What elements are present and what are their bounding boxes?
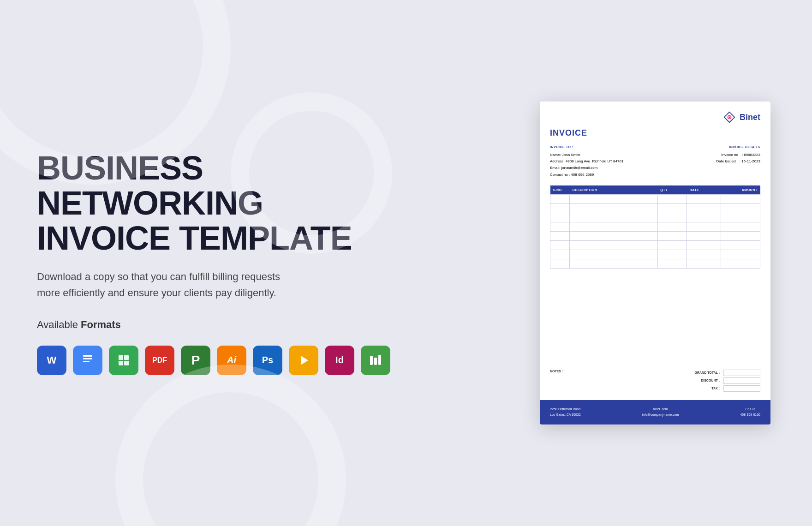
invoice-title: INVOICE — [550, 128, 760, 138]
discount-label: DISCOUNT : — [687, 379, 720, 382]
invoice-to-label: INVOICE TO : — [550, 144, 623, 150]
details-label: INVOICE DETAILS — [716, 144, 760, 150]
invoice-no-row: Invoice no : 65982223 — [716, 152, 760, 158]
svg-rect-2 — [83, 361, 90, 362]
notes-totals-section: NOTES : GRAND TOTAL : DISCOUNT : TAX : — [550, 370, 760, 392]
invoice-document: Binet INVOICE INVOICE TO : Name: Jona Sm… — [540, 102, 770, 424]
svg-rect-3 — [119, 355, 123, 360]
grand-total-row: GRAND TOTAL : — [687, 370, 760, 376]
brand-icon — [723, 111, 736, 124]
table-header-row: S.NO DESCRIPTION QTY RATE AMOUNT — [550, 185, 760, 195]
format-icon-slides[interactable] — [289, 346, 318, 375]
footer-address-line2: Los Gatos, CA 95032 — [550, 412, 581, 418]
footer-website-line2: info@companyname.com — [642, 412, 679, 418]
svg-rect-5 — [119, 361, 123, 365]
grand-total-box — [723, 370, 760, 376]
invoice-no-value: : 65982223 — [742, 152, 760, 158]
title-line-1: BUSINESS — [37, 149, 203, 186]
brand-logo: Binet — [723, 111, 760, 124]
notes-label: NOTES : — [550, 370, 563, 373]
description-text: Download a copy so that you can fulfill … — [37, 269, 304, 301]
svg-rect-1 — [83, 358, 92, 359]
invoice-preview: Binet INVOICE INVOICE TO : Name: Jona Sm… — [535, 102, 775, 424]
svg-rect-8 — [370, 356, 373, 365]
format-icon-sheets[interactable] — [109, 346, 138, 375]
invoice-table: S.NO DESCRIPTION QTY RATE AMOUNT — [550, 185, 760, 269]
col-sno: S.NO — [550, 185, 570, 195]
svg-marker-7 — [301, 356, 308, 365]
col-rate: RATE — [687, 185, 721, 195]
date-label: Date issued — [716, 158, 735, 165]
col-qty: QTY — [657, 185, 687, 195]
table-row — [550, 241, 760, 250]
invoice-info: INVOICE TO : Name: Jona Smith Address: 4… — [550, 144, 760, 178]
format-icon-ai[interactable]: Ai — [217, 346, 246, 375]
footer-phone: 408-358-6160 — [740, 412, 760, 418]
col-amount: AMOUNT — [721, 185, 760, 195]
table-row — [550, 222, 760, 232]
table-row — [550, 232, 760, 241]
client-address: Address: 4808 Lang Ave. Richfield UT 847… — [550, 158, 623, 165]
format-icon-docs[interactable] — [73, 346, 102, 375]
svg-rect-0 — [83, 355, 92, 357]
brand-name: Binet — [740, 113, 760, 122]
formats-label: Available Formats — [37, 319, 498, 331]
left-content: BUSINESS NETWORKING INVOICE TEMPLATE Dow… — [37, 151, 498, 375]
grand-total-label: GRAND TOTAL : — [687, 371, 720, 374]
svg-rect-4 — [124, 355, 129, 360]
table-row — [550, 250, 760, 259]
format-icon-pdf[interactable]: PDF — [145, 346, 174, 375]
date-value: : 15-11-2023 — [740, 158, 760, 165]
invoice-details-section: INVOICE DETAILS Invoice no : 65982223 Da… — [716, 144, 760, 178]
footer-call-label: Call us — [740, 406, 760, 412]
formats-bold: Formats — [81, 319, 121, 330]
table-row — [550, 204, 760, 213]
footer-website: binet .com info@companyname.com — [642, 406, 679, 418]
format-icon-indd[interactable]: Id — [325, 346, 354, 375]
format-icon-ps[interactable]: Ps — [253, 346, 282, 375]
date-row: Date issued : 15-11-2023 — [716, 158, 760, 165]
format-icon-word[interactable]: W — [37, 346, 66, 375]
formats-prefix: Available — [37, 319, 81, 330]
svg-rect-6 — [124, 361, 129, 365]
format-icons-row: W PDF P Ai Ps — [37, 346, 498, 375]
title-line-3: INVOICE TEMPLATE — [37, 220, 352, 257]
discount-row: DISCOUNT : — [687, 377, 760, 384]
invoice-bottom: NOTES : GRAND TOTAL : DISCOUNT : TAX : — [540, 366, 770, 395]
main-title: BUSINESS NETWORKING INVOICE TEMPLATE — [37, 151, 498, 256]
footer-website-line1: binet .com — [642, 406, 679, 412]
totals-section: GRAND TOTAL : DISCOUNT : TAX : — [687, 370, 760, 392]
tax-box — [723, 385, 760, 392]
footer-address: 2258 Driftwood Road Los Gatos, CA 95032 — [550, 406, 581, 418]
table-row — [550, 213, 760, 222]
invoice-doc-header: Binet — [540, 102, 770, 128]
client-name: Name: Jona Smith — [550, 152, 623, 158]
format-icon-ppt[interactable]: P — [181, 346, 210, 375]
svg-point-13 — [729, 117, 730, 118]
invoice-no-label: Invoice no — [721, 152, 738, 158]
footer-contact: Call us 408-358-6160 — [740, 406, 760, 418]
client-contact: Contact no : 408-696-2589 — [550, 172, 623, 178]
tax-row: TAX : — [687, 385, 760, 392]
title-line-2: NETWORKING — [37, 185, 263, 221]
footer-address-line1: 2258 Driftwood Road — [550, 406, 581, 412]
invoice-table-body — [550, 195, 760, 269]
svg-rect-10 — [378, 355, 381, 365]
tax-label: TAX : — [687, 387, 720, 390]
invoice-to-section: INVOICE TO : Name: Jona Smith Address: 4… — [550, 144, 623, 178]
invoice-body: INVOICE INVOICE TO : Name: Jona Smith Ad… — [540, 128, 770, 366]
table-row — [550, 259, 760, 269]
format-icon-numbers[interactable] — [361, 346, 390, 375]
invoice-footer: 2258 Driftwood Road Los Gatos, CA 95032 … — [540, 400, 770, 424]
col-description: DESCRIPTION — [570, 185, 657, 195]
discount-box — [723, 377, 760, 384]
table-row — [550, 195, 760, 204]
svg-rect-9 — [374, 358, 377, 365]
client-email: Email: jonasmith@email.com — [550, 165, 623, 171]
